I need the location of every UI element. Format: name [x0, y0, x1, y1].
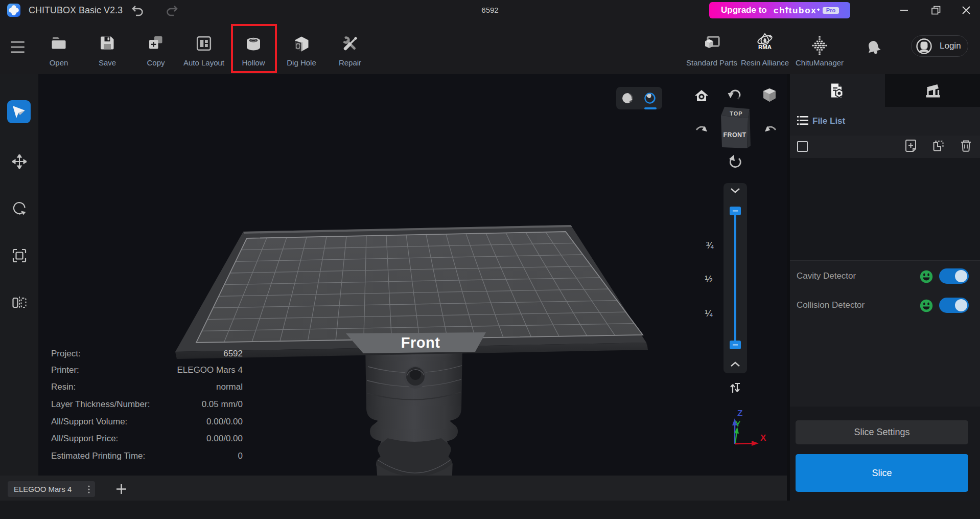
svg-text:X: X — [760, 433, 766, 443]
svg-text:Front: Front — [401, 334, 440, 351]
svg-text:TOP: TOP — [730, 110, 742, 117]
svg-text:Z: Z — [737, 409, 742, 418]
svg-text:RMA: RMA — [758, 44, 772, 50]
svg-text:chitubox: chitubox — [774, 6, 816, 15]
svg-text:FRONT: FRONT — [723, 131, 746, 139]
svg-text:Y: Y — [735, 419, 740, 428]
